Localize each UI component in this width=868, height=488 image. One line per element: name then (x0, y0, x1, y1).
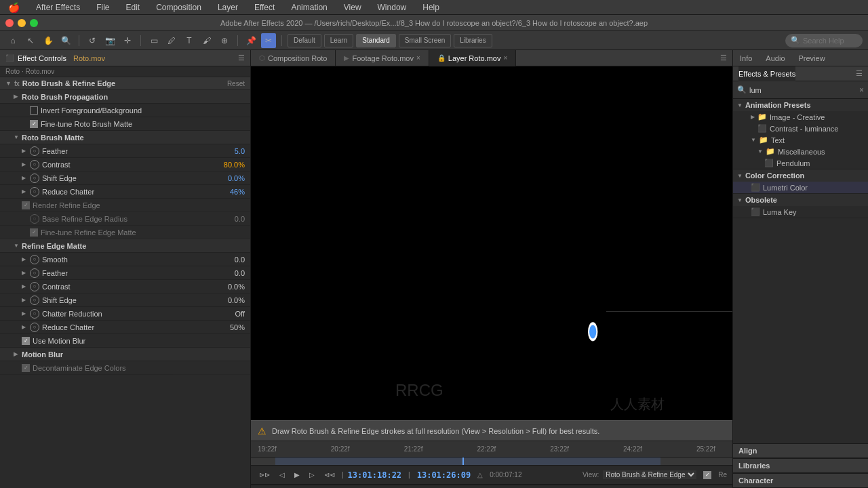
chatter-reduction-value[interactable]: Off (235, 310, 245, 318)
color-correction-header[interactable]: ▼ Color Correction (733, 169, 868, 182)
help-menu[interactable]: Help (420, 3, 442, 12)
hand-tool[interactable]: ✋ (41, 33, 56, 48)
after-effects-menu[interactable]: After Effects (33, 3, 83, 12)
animation-menu[interactable]: Animation (288, 3, 330, 12)
invert-fg-checkbox[interactable] (30, 106, 38, 115)
reduce-chatter-value[interactable]: 46% (230, 188, 245, 196)
feather-value[interactable]: 5.0 (235, 147, 245, 155)
fine-tune-roto-row[interactable]: Fine-tune Roto Brush Matte (0, 117, 250, 131)
decontaminate-row[interactable]: Decontaminate Edge Colors (0, 361, 250, 375)
reduce-chatter-row[interactable]: ▶ ○ Reduce Chatter 46% (0, 185, 250, 199)
reduce-chatter2-value[interactable]: 50% (230, 323, 245, 331)
roto-tool[interactable]: ✂ (261, 33, 276, 48)
workspace-standard[interactable]: Standard (356, 34, 396, 47)
anchor-tool[interactable]: ✛ (120, 33, 135, 48)
contrast-row[interactable]: ▶ ○ Contrast 80.0% (0, 158, 250, 171)
play-button[interactable]: ▶ (292, 470, 302, 480)
invert-fg-bg-row[interactable]: Invert Foreground/Background (0, 104, 250, 117)
tab-preview[interactable]: Preview (792, 50, 832, 66)
footage-tab-close[interactable]: × (416, 54, 420, 62)
out-point-display[interactable]: 13:01:26:09 (417, 470, 471, 480)
zoom-tool[interactable]: 🔍 (58, 33, 73, 48)
clone-tool[interactable]: ⊕ (217, 33, 232, 48)
viewer-ruler[interactable]: 19:22f 20:22f 21:22f 22:22f 23:22f 24:22… (251, 441, 732, 458)
reset-button[interactable]: Reset (227, 80, 245, 87)
select-tool[interactable]: ↖ (23, 33, 38, 48)
effects-search-input[interactable] (749, 86, 856, 94)
effect-menu[interactable]: Effect (252, 3, 277, 12)
in-point-display[interactable]: 13:01:18:22 (348, 470, 401, 480)
base-refine-radius-row[interactable]: ○ Base Refine Edge Radius 0.0 (0, 212, 250, 226)
render-refine-edge-row[interactable]: Render Refine Edge (0, 199, 250, 212)
image-creative-folder[interactable]: ▶ 📁 Image - Creative (733, 111, 868, 123)
camera-tool[interactable]: 📷 (102, 33, 117, 48)
file-menu[interactable]: File (94, 3, 112, 12)
text-tool[interactable]: T (182, 33, 197, 48)
puppet-tool[interactable]: 📌 (243, 33, 258, 48)
layer-tab-close[interactable]: × (503, 54, 507, 62)
fine-tune-refine-row[interactable]: Fine-tune Refine Edge Matte (0, 226, 250, 239)
layer-menu[interactable]: Layer (215, 3, 241, 12)
shape-tool[interactable]: ▭ (146, 33, 161, 48)
feather-row[interactable]: ▶ ○ Feather 5.0 (0, 144, 250, 158)
pen-tool[interactable]: 🖊 (164, 33, 179, 48)
reduce-chatter2-row[interactable]: ▶ ○ Reduce Chatter 50% (0, 321, 250, 334)
tab-audio[interactable]: Audio (759, 50, 791, 66)
paint-tool[interactable]: 🖌 (199, 33, 214, 48)
feather2-value[interactable]: 0.0 (235, 269, 245, 277)
search-help-input[interactable] (803, 37, 857, 45)
minimize-window-button[interactable] (18, 19, 26, 27)
obsolete-header[interactable]: ▼ Obsolete (733, 194, 868, 206)
rotate-tool[interactable]: ↺ (85, 33, 100, 48)
workspace-learn[interactable]: Learn (324, 34, 354, 47)
refine-edge-matte-section[interactable]: ▼ Refine Edge Matte (0, 239, 250, 253)
tab-effects-presets[interactable]: Effects & Presets (738, 66, 795, 81)
tab-layer-roto[interactable]: 🔒 Layer Roto.mov × (429, 50, 517, 66)
roto-brush-matte-section[interactable]: ▼ Roto Brush Matte (0, 131, 250, 144)
smooth-row[interactable]: ▶ ○ Smooth 0.0 (0, 253, 250, 266)
decontaminate-checkbox[interactable] (22, 364, 30, 372)
text-folder[interactable]: ▼ 📁 Text (733, 134, 868, 146)
shift-edge2-value[interactable]: 0.0% (228, 296, 245, 304)
shift-edge-value[interactable]: 0.0% (228, 174, 245, 182)
contrast2-row[interactable]: ▶ ○ Contrast 0.0% (0, 280, 250, 293)
close-window-button[interactable] (5, 19, 14, 27)
shift-edge2-row[interactable]: ▶ ○ Shift Edge 0.0% (0, 293, 250, 307)
lumetri-color-item[interactable]: ⬛ Lumetri Color (733, 182, 868, 193)
work-area-bar[interactable] (275, 458, 660, 465)
use-motion-blur-row[interactable]: Use Motion Blur (0, 334, 250, 348)
shift-edge-row[interactable]: ▶ ○ Shift Edge 0.0% (0, 171, 250, 185)
pendulum-item[interactable]: ⬛ Pendulum (733, 157, 868, 169)
fine-tune-roto-checkbox[interactable] (30, 120, 38, 128)
composition-menu[interactable]: Composition (153, 3, 204, 12)
contrast-value[interactable]: 80.0% (224, 161, 245, 169)
panel-options-icon[interactable]: ☰ (856, 69, 863, 78)
next-keyframe-button[interactable]: ⊲⊲ (321, 470, 338, 480)
workspace-libraries[interactable]: Libraries (454, 34, 492, 47)
contrast2-value[interactable]: 0.0% (228, 283, 245, 291)
base-refine-value[interactable]: 0.0 (235, 215, 245, 223)
contrast-luminance-item[interactable]: ⬛ Contrast - luminance (733, 123, 868, 134)
luma-key-item[interactable]: ⬛ Luma Key (733, 206, 868, 218)
render-refine-checkbox[interactable] (22, 201, 30, 209)
edit-menu[interactable]: Edit (123, 3, 142, 12)
viewer-scrub-bar[interactable] (251, 458, 732, 466)
prev-keyframe-button[interactable]: ⊳⊳ (256, 470, 273, 480)
tab-info[interactable]: Info (733, 50, 759, 66)
window-menu[interactable]: Window (375, 3, 410, 12)
chatter-reduction-row[interactable]: ▶ ○ Chatter Reduction Off (0, 307, 250, 321)
feather2-row[interactable]: ▶ ○ Feather 0.0 (0, 266, 250, 280)
next-frame-button[interactable]: ▷ (307, 470, 317, 480)
view-menu[interactable]: View (341, 3, 364, 12)
apple-menu[interactable]: 🍎 (5, 2, 22, 13)
animation-presets-header[interactable]: ▼ Animation Presets (733, 99, 868, 111)
fullscreen-window-button[interactable] (30, 19, 38, 27)
miscellaneous-folder[interactable]: ▼ 📁 Miscellaneous (733, 146, 868, 157)
panel-menu-icon[interactable]: ☰ (238, 54, 245, 62)
prev-frame-button[interactable]: ◁ (277, 470, 288, 480)
view-mode-checkbox[interactable] (703, 471, 711, 479)
tab-composition-roto[interactable]: ⬡ Composition Roto (251, 50, 336, 66)
view-mode-select[interactable]: Roto Brush & Refine Edge (603, 470, 696, 479)
fine-tune-refine-checkbox[interactable] (30, 228, 38, 237)
workspace-small[interactable]: Small Screen (399, 34, 451, 47)
